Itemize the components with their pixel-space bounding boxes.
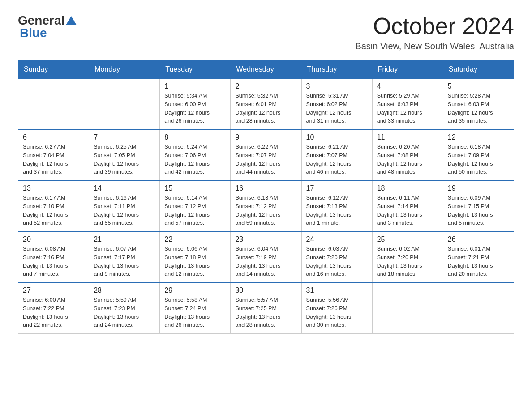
day-number: 4: [377, 82, 438, 90]
day-info: Sunrise: 6:18 AMSunset: 7:09 PMDaylight:…: [448, 143, 509, 176]
calendar-day-5: 5Sunrise: 5:28 AMSunset: 6:03 PMDaylight…: [443, 78, 514, 129]
calendar-day-8: 8Sunrise: 6:24 AMSunset: 7:06 PMDaylight…: [160, 129, 231, 180]
calendar-day-3: 3Sunrise: 5:31 AMSunset: 6:02 PMDaylight…: [301, 78, 372, 129]
title-section: October 2024 Basin View, New South Wales…: [355, 13, 514, 51]
day-number: 20: [23, 235, 84, 244]
day-info: Sunrise: 6:01 AMSunset: 7:21 PMDaylight:…: [448, 245, 509, 278]
day-info: Sunrise: 6:21 AMSunset: 7:07 PMDaylight:…: [306, 143, 368, 176]
calendar-day-19: 19Sunrise: 6:09 AMSunset: 7:15 PMDayligh…: [443, 180, 514, 231]
day-info: Sunrise: 6:27 AMSunset: 7:04 PMDaylight:…: [23, 143, 84, 176]
day-info: Sunrise: 6:16 AMSunset: 7:11 PMDaylight:…: [94, 194, 155, 227]
calendar-table: SundayMondayTuesdayWednesdayThursdayFrid…: [18, 60, 514, 334]
day-info: Sunrise: 6:09 AMSunset: 7:15 PMDaylight:…: [448, 194, 509, 227]
day-info: Sunrise: 6:14 AMSunset: 7:12 PMDaylight:…: [164, 194, 226, 227]
calendar-week-row: 27Sunrise: 6:00 AMSunset: 7:22 PMDayligh…: [18, 283, 514, 334]
calendar-day-4: 4Sunrise: 5:29 AMSunset: 6:03 PMDaylight…: [372, 78, 443, 129]
day-number: 13: [23, 184, 84, 193]
calendar-day-22: 22Sunrise: 6:06 AMSunset: 7:18 PMDayligh…: [160, 231, 231, 283]
weekday-header-tuesday: Tuesday: [160, 61, 231, 79]
calendar-day-25: 25Sunrise: 6:02 AMSunset: 7:20 PMDayligh…: [372, 231, 443, 283]
weekday-header-friday: Friday: [372, 61, 443, 79]
day-number: 17: [306, 184, 368, 193]
day-number: 14: [94, 184, 155, 193]
calendar-day-18: 18Sunrise: 6:11 AMSunset: 7:14 PMDayligh…: [372, 180, 443, 231]
day-number: 27: [23, 287, 84, 295]
day-info: Sunrise: 6:07 AMSunset: 7:17 PMDaylight:…: [94, 245, 155, 278]
logo-triangle-icon: [66, 16, 77, 25]
day-number: 1: [164, 82, 226, 90]
day-info: Sunrise: 5:31 AMSunset: 6:02 PMDaylight:…: [306, 92, 368, 125]
day-number: 3: [306, 82, 368, 90]
calendar-day-15: 15Sunrise: 6:14 AMSunset: 7:12 PMDayligh…: [160, 180, 231, 231]
day-info: Sunrise: 5:28 AMSunset: 6:03 PMDaylight:…: [448, 92, 509, 125]
calendar-week-row: 20Sunrise: 6:08 AMSunset: 7:16 PMDayligh…: [18, 231, 514, 283]
calendar-day-1: 1Sunrise: 5:34 AMSunset: 6:00 PMDaylight…: [160, 78, 231, 129]
calendar-day-20: 20Sunrise: 6:08 AMSunset: 7:16 PMDayligh…: [18, 231, 89, 283]
day-info: Sunrise: 5:57 AMSunset: 7:25 PMDaylight:…: [235, 296, 296, 330]
day-info: Sunrise: 5:58 AMSunset: 7:24 PMDaylight:…: [164, 296, 226, 330]
calendar-day-23: 23Sunrise: 6:04 AMSunset: 7:19 PMDayligh…: [231, 231, 301, 283]
day-number: 15: [164, 184, 226, 193]
day-number: 18: [377, 184, 438, 193]
day-info: Sunrise: 6:20 AMSunset: 7:08 PMDaylight:…: [377, 143, 438, 176]
day-info: Sunrise: 6:22 AMSunset: 7:07 PMDaylight:…: [235, 143, 296, 176]
day-info: Sunrise: 5:34 AMSunset: 6:00 PMDaylight:…: [164, 92, 226, 125]
calendar-day-14: 14Sunrise: 6:16 AMSunset: 7:11 PMDayligh…: [89, 180, 160, 231]
calendar-day-21: 21Sunrise: 6:07 AMSunset: 7:17 PMDayligh…: [89, 231, 160, 283]
day-number: 28: [94, 287, 155, 295]
calendar-week-row: 1Sunrise: 5:34 AMSunset: 6:00 PMDaylight…: [18, 78, 514, 129]
calendar-day-2: 2Sunrise: 5:32 AMSunset: 6:01 PMDaylight…: [231, 78, 301, 129]
calendar-day-7: 7Sunrise: 6:25 AMSunset: 7:05 PMDaylight…: [89, 129, 160, 180]
day-info: Sunrise: 6:02 AMSunset: 7:20 PMDaylight:…: [377, 245, 438, 278]
weekday-header-wednesday: Wednesday: [231, 61, 301, 79]
calendar-day-27: 27Sunrise: 6:00 AMSunset: 7:22 PMDayligh…: [18, 283, 89, 334]
day-info: Sunrise: 6:13 AMSunset: 7:12 PMDaylight:…: [235, 194, 296, 227]
calendar-empty-cell: [18, 78, 89, 129]
day-info: Sunrise: 6:04 AMSunset: 7:19 PMDaylight:…: [235, 245, 296, 278]
day-info: Sunrise: 5:29 AMSunset: 6:03 PMDaylight:…: [377, 92, 438, 125]
calendar-day-30: 30Sunrise: 5:57 AMSunset: 7:25 PMDayligh…: [231, 283, 301, 334]
day-info: Sunrise: 6:24 AMSunset: 7:06 PMDaylight:…: [164, 143, 226, 176]
day-number: 22: [164, 235, 226, 244]
calendar-empty-cell: [443, 283, 514, 334]
calendar-day-26: 26Sunrise: 6:01 AMSunset: 7:21 PMDayligh…: [443, 231, 514, 283]
day-info: Sunrise: 5:32 AMSunset: 6:01 PMDaylight:…: [235, 92, 296, 125]
day-info: Sunrise: 6:08 AMSunset: 7:16 PMDaylight:…: [23, 245, 84, 278]
calendar-week-row: 6Sunrise: 6:27 AMSunset: 7:04 PMDaylight…: [18, 129, 514, 180]
calendar-day-10: 10Sunrise: 6:21 AMSunset: 7:07 PMDayligh…: [301, 129, 372, 180]
day-number: 5: [448, 82, 509, 90]
day-number: 2: [235, 82, 296, 90]
day-number: 23: [235, 235, 296, 244]
day-number: 10: [306, 133, 368, 141]
calendar-day-17: 17Sunrise: 6:12 AMSunset: 7:13 PMDayligh…: [301, 180, 372, 231]
calendar-day-16: 16Sunrise: 6:13 AMSunset: 7:12 PMDayligh…: [231, 180, 301, 231]
day-number: 30: [235, 287, 296, 295]
calendar-week-row: 13Sunrise: 6:17 AMSunset: 7:10 PMDayligh…: [18, 180, 514, 231]
day-info: Sunrise: 5:59 AMSunset: 7:23 PMDaylight:…: [94, 296, 155, 330]
calendar-day-9: 9Sunrise: 6:22 AMSunset: 7:07 PMDaylight…: [231, 129, 301, 180]
day-info: Sunrise: 6:06 AMSunset: 7:18 PMDaylight:…: [164, 245, 226, 278]
page-header: General Blue October 2024 Basin View, Ne…: [18, 13, 514, 51]
calendar-header-row: SundayMondayTuesdayWednesdayThursdayFrid…: [18, 61, 514, 79]
calendar-day-12: 12Sunrise: 6:18 AMSunset: 7:09 PMDayligh…: [443, 129, 514, 180]
calendar-day-29: 29Sunrise: 5:58 AMSunset: 7:24 PMDayligh…: [160, 283, 231, 334]
day-info: Sunrise: 6:25 AMSunset: 7:05 PMDaylight:…: [94, 143, 155, 176]
day-info: Sunrise: 6:00 AMSunset: 7:22 PMDaylight:…: [23, 296, 84, 330]
logo-blue-text: Blue: [20, 26, 47, 40]
day-number: 29: [164, 287, 226, 295]
day-number: 16: [235, 184, 296, 193]
day-info: Sunrise: 5:56 AMSunset: 7:26 PMDaylight:…: [306, 296, 368, 330]
day-number: 24: [306, 235, 368, 244]
day-info: Sunrise: 6:11 AMSunset: 7:14 PMDaylight:…: [377, 194, 438, 227]
day-number: 8: [164, 133, 226, 141]
day-number: 7: [94, 133, 155, 141]
weekday-header-sunday: Sunday: [18, 61, 89, 79]
weekday-header-saturday: Saturday: [443, 61, 514, 79]
day-number: 9: [235, 133, 296, 141]
calendar-day-28: 28Sunrise: 5:59 AMSunset: 7:23 PMDayligh…: [89, 283, 160, 334]
day-number: 19: [448, 184, 509, 193]
month-title: October 2024: [355, 13, 514, 39]
weekday-header-monday: Monday: [89, 61, 160, 79]
day-number: 6: [23, 133, 84, 141]
calendar-empty-cell: [89, 78, 160, 129]
